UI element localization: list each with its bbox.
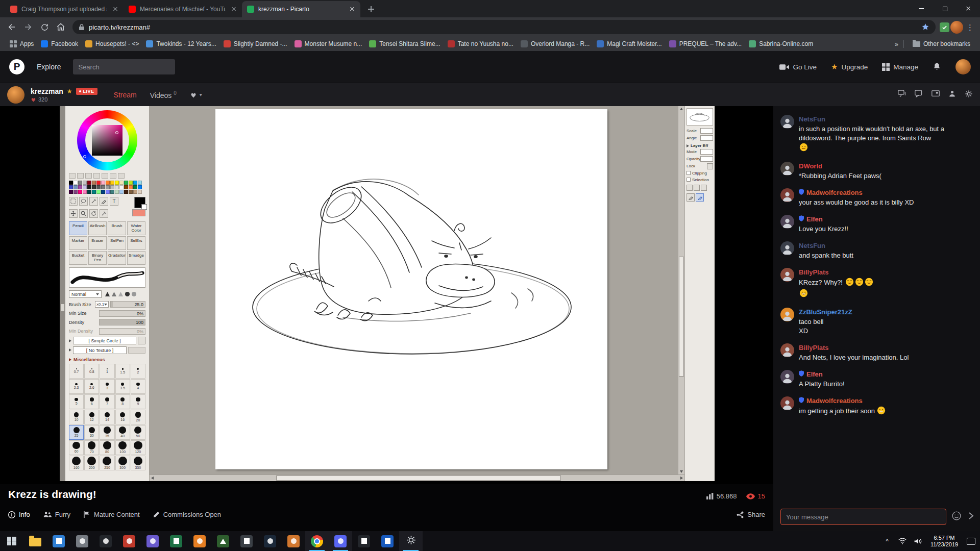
bookmark-item[interactable]: PREQUEL – The adv... — [666, 39, 746, 49]
palette-swatch[interactable] — [119, 185, 124, 189]
theater-mode-icon[interactable] — [932, 90, 940, 99]
brush-size-35[interactable]: 35 — [100, 425, 114, 440]
brush-size-120[interactable]: 120 — [131, 440, 145, 455]
palette-swatch[interactable] — [106, 181, 110, 185]
clipping-checkbox[interactable]: Clipping — [687, 170, 713, 176]
pen-tool-icon[interactable] — [100, 197, 108, 206]
bookmark-item[interactable]: Tensei Shitara Slime... — [365, 39, 444, 49]
canvas-vertical-scrollbar[interactable] — [678, 106, 684, 474]
brush-size-3[interactable]: 3 — [100, 379, 114, 394]
emoji-picker-icon[interactable] — [951, 511, 962, 523]
follow-dropdown[interactable]: ▾ — [190, 92, 202, 98]
palette-swatch[interactable] — [92, 181, 96, 185]
palette-swatch[interactable] — [92, 190, 96, 194]
bookmark-item[interactable]: Facebook — [37, 39, 82, 49]
palette-swatch[interactable] — [83, 190, 87, 194]
brush-size-2[interactable]: 2 — [131, 364, 145, 379]
other-bookmarks[interactable]: Other bookmarks — [909, 39, 974, 49]
commissions-status[interactable]: Commissions Open — [153, 511, 221, 518]
tool-bucket[interactable]: Bucket — [69, 251, 87, 265]
palette-swatch[interactable] — [106, 185, 110, 189]
palette-swatch[interactable] — [110, 181, 114, 185]
wand-tool-icon[interactable] — [89, 197, 98, 206]
brush-size-60[interactable]: 60 — [69, 440, 84, 455]
brush-size-160[interactable]: 160 — [69, 456, 84, 470]
bookmark-item[interactable]: Apps — [6, 39, 37, 49]
scale-input[interactable] — [700, 128, 713, 134]
brush-size-20[interactable]: 20 — [131, 410, 145, 424]
bookmark-item[interactable]: Monster Musume n... — [291, 39, 366, 49]
taskbar-discord-app[interactable] — [329, 531, 352, 551]
eyedropper-tool-icon[interactable] — [100, 209, 108, 218]
chat-username[interactable]: NetsFun — [799, 241, 853, 251]
palette-swatch[interactable] — [119, 190, 124, 194]
bookmark-item[interactable]: Overlord Manga - R... — [517, 39, 593, 49]
bookmark-item[interactable]: Slightly Damned -... — [220, 39, 291, 49]
tool-pencil[interactable]: Pencil — [69, 221, 87, 235]
avatar[interactable] — [780, 188, 794, 202]
avatar[interactable] — [780, 396, 794, 410]
taskbar-steam-app[interactable] — [258, 531, 282, 551]
tool-selpen[interactable]: SelPen — [108, 236, 126, 250]
multistream-icon[interactable] — [898, 90, 906, 99]
palette-swatch[interactable] — [110, 190, 114, 194]
avatar[interactable] — [780, 241, 794, 255]
back-icon[interactable] — [4, 19, 19, 35]
extension-icon[interactable] — [940, 22, 949, 32]
bookmark-item[interactable]: Sabrina-Online.com — [745, 39, 817, 49]
stream-player[interactable]: T PencilAirBrushBrushWater ColorMarkerEr… — [0, 106, 773, 484]
brush-size-80[interactable]: 80 — [100, 440, 114, 455]
rotate-tool-icon[interactable] — [89, 209, 98, 218]
maximize-button[interactable] — [933, 0, 957, 17]
palette-swatch[interactable] — [119, 181, 124, 185]
palette-swatch[interactable] — [74, 190, 78, 194]
merge-layer-button[interactable] — [701, 185, 707, 191]
palette-swatch[interactable] — [138, 181, 142, 185]
gear-icon[interactable] — [965, 90, 973, 100]
manage-button[interactable]: Manage — [882, 63, 918, 71]
chat-username[interactable]: DWorld — [799, 162, 881, 171]
brush-shape-select[interactable]: [ Simple Circle ] — [73, 337, 136, 344]
tool-airbrush[interactable]: AirBrush — [88, 221, 107, 235]
browser-tab-3[interactable]: krezzman - Picarto — [242, 1, 360, 17]
bookmark-item[interactable]: Housepets! - <> — [82, 39, 142, 49]
brush-size-16[interactable]: 16 — [115, 410, 130, 424]
tool-selers[interactable]: SelErs — [127, 236, 145, 250]
taskbar-browser-app[interactable] — [188, 531, 211, 551]
angle-input[interactable] — [700, 135, 713, 141]
palette-swatch[interactable] — [115, 181, 119, 185]
palette-swatch[interactable] — [101, 181, 105, 185]
taskbar-chat-app[interactable] — [352, 531, 376, 551]
tool-water-color[interactable]: Water Color — [127, 221, 145, 235]
selection-checkbox[interactable]: Selection — [687, 177, 713, 183]
drawing-canvas[interactable] — [215, 109, 607, 469]
palette-swatch[interactable] — [133, 181, 137, 185]
share-button[interactable]: Share — [737, 511, 765, 518]
palette-swatch[interactable] — [133, 190, 137, 194]
palette-swatch[interactable] — [124, 181, 128, 185]
lock-button[interactable] — [707, 163, 713, 169]
palette-swatch[interactable] — [106, 190, 110, 194]
palette-swatch[interactable] — [129, 181, 133, 185]
tab-stream[interactable]: Stream — [114, 91, 137, 99]
brush-size-25[interactable]: 25 — [69, 425, 84, 440]
home-icon[interactable] — [53, 19, 68, 35]
chat-username[interactable]: NetsFun — [799, 115, 973, 124]
brush-size-14[interactable]: 14 — [100, 410, 114, 424]
chat-message-list[interactable]: NetsFun in such a position milk wouldn't… — [773, 106, 980, 503]
lasso-tool-icon[interactable] — [79, 197, 88, 206]
user-avatar[interactable] — [955, 59, 971, 74]
brush-size-2.6[interactable]: 2.6 — [84, 379, 99, 394]
palette-swatch[interactable] — [69, 190, 73, 194]
action-center-icon[interactable] — [964, 531, 978, 551]
taskbar-dev-app[interactable] — [141, 531, 164, 551]
palette-swatch[interactable] — [83, 181, 87, 185]
min-size-slider[interactable]: 0% — [99, 310, 145, 317]
palette-swatch[interactable] — [69, 181, 73, 185]
new-tab-button[interactable] — [364, 3, 378, 16]
tool-brush[interactable]: Brush — [108, 221, 126, 235]
palette-swatch[interactable] — [87, 190, 91, 194]
brush-size-unit-select[interactable]: x0.1 — [95, 301, 109, 308]
primary-color-swatch[interactable] — [134, 197, 145, 208]
palette-swatch[interactable] — [138, 185, 142, 189]
